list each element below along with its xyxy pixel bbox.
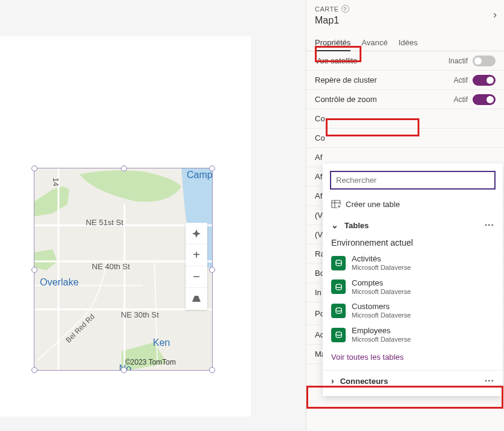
selection-handle[interactable] — [121, 367, 127, 373]
selection-handle[interactable] — [209, 165, 215, 171]
map-zoom-in-button[interactable]: + — [186, 244, 207, 266]
canvas-area: NE 51st St NE 40th St NE 30th St 14 Bel … — [0, 36, 251, 417]
table-subtitle: Microsoft Dataverse — [352, 311, 411, 319]
search-input[interactable] — [336, 176, 489, 185]
status-text: Actif — [454, 95, 468, 104]
table-row[interactable]: EmployeesMicrosoft Dataverse — [323, 323, 503, 347]
search-box[interactable] — [330, 171, 496, 190]
panel-tabs: Propriétés Avancé Idées — [306, 34, 504, 51]
help-icon[interactable]: ? — [341, 5, 349, 13]
map-attribution: ©2023 TomTom — [125, 358, 176, 366]
selection-handle[interactable] — [121, 165, 127, 171]
table-subtitle: Microsoft Dataverse — [352, 336, 411, 343]
table-subtitle: Microsoft Dataverse — [352, 264, 411, 272]
dataverse-icon — [331, 328, 346, 342]
prop-label: Vue satellite — [315, 56, 357, 65]
toggle-zoom[interactable] — [473, 94, 496, 105]
tab-properties[interactable]: Propriétés — [315, 34, 351, 51]
selection-handle[interactable] — [31, 267, 37, 273]
street-label: NE 40th St — [92, 262, 130, 271]
place-label: Overlake — [40, 277, 79, 288]
prop-cluster: Repère de cluster Actif — [306, 71, 504, 90]
prop-satellite: Vue satellite Inactif — [306, 51, 504, 71]
prop-hidden: Co — [306, 129, 504, 148]
data-source-popup: Créer une table ⌄Tables ··· Environnemen… — [323, 164, 503, 396]
properties-list: Vue satellite Inactif Repère de cluster … — [306, 51, 504, 364]
map-surface[interactable]: NE 51st St NE 40th St NE 30th St 14 Bel … — [34, 168, 212, 370]
prop-label: Af — [315, 172, 322, 181]
control-type: CARTE ? — [315, 5, 496, 13]
table-title: Customers — [352, 302, 411, 311]
toggle-satellite[interactable] — [473, 56, 496, 66]
map-controls: + − — [186, 223, 207, 310]
map-pitch-button[interactable] — [186, 288, 207, 310]
tables-section-head[interactable]: ⌄Tables ··· — [323, 215, 503, 235]
prop-label: Af — [315, 191, 322, 200]
status-text: Inactif — [448, 57, 468, 65]
pitch-icon — [192, 296, 201, 302]
properties-panel: CARTE ? Map1 › Propriétés Avancé Idées V… — [306, 0, 504, 431]
create-table-button[interactable]: Créer une table — [323, 196, 503, 215]
control-name: Map1 — [315, 15, 496, 26]
chevron-down-icon: ⌄ — [331, 220, 338, 230]
status-text: Actif — [454, 76, 468, 85]
more-icon[interactable]: ··· — [485, 220, 494, 231]
dataverse-icon — [331, 304, 346, 318]
chevron-right-icon: › — [331, 376, 334, 386]
selection-handle[interactable] — [31, 165, 37, 171]
place-label: Ken — [153, 337, 170, 348]
table-row[interactable]: ComptesMicrosoft Dataverse — [323, 275, 503, 299]
tables-heading: Tables — [344, 221, 369, 230]
street-label: NE 51st St — [86, 218, 123, 227]
prop-label: Repère de cluster — [315, 75, 377, 85]
table-title: Activités — [352, 255, 411, 264]
prop-label: Contrôle de zoom — [315, 95, 377, 104]
env-label: Environnement actuel — [323, 235, 503, 251]
table-row[interactable]: CustomersMicrosoft Dataverse — [323, 299, 503, 323]
see-all-tables-link[interactable]: Voir toutes les tables — [323, 346, 503, 368]
create-table-label: Créer une table — [346, 200, 400, 209]
table-title: Employees — [352, 327, 411, 336]
place-label: Camp — [187, 170, 212, 180]
selection-handle[interactable] — [31, 367, 37, 373]
locate-icon — [192, 229, 201, 238]
street-label: NE 30th St — [121, 310, 159, 319]
selection-handle[interactable] — [209, 367, 215, 373]
road-label: 14 — [51, 177, 60, 186]
map-locate-button[interactable] — [186, 223, 207, 244]
tab-ideas[interactable]: Idées — [398, 34, 418, 51]
selection-handle[interactable] — [209, 267, 215, 273]
map-control[interactable]: NE 51st St NE 40th St NE 30th St 14 Bel … — [34, 168, 213, 371]
tables-list: ActivitésMicrosoft DataverseComptesMicro… — [323, 251, 503, 346]
connectors-section-head[interactable]: ›Connecteurs ··· — [323, 370, 503, 391]
map-zoom-out-button[interactable]: − — [186, 266, 207, 288]
dataverse-icon — [331, 256, 346, 270]
prop-label: Co — [315, 133, 325, 142]
expand-icon[interactable]: › — [493, 8, 497, 21]
toggle-cluster[interactable] — [473, 75, 496, 86]
tab-advanced[interactable]: Avancé — [361, 34, 387, 51]
prop-zoom: Contrôle de zoom Actif — [306, 90, 504, 109]
create-table-icon — [331, 199, 341, 209]
control-type-label: CARTE — [315, 5, 339, 13]
table-row[interactable]: ActivitésMicrosoft Dataverse — [323, 251, 503, 275]
dataverse-icon — [331, 279, 346, 294]
connectors-heading: Connecteurs — [340, 377, 388, 386]
prop-label: Co — [315, 114, 325, 123]
prop-label: In — [315, 288, 321, 297]
panel-header: CARTE ? Map1 › — [306, 0, 504, 28]
prop-hidden: Co — [306, 109, 504, 129]
prop-label: Af — [315, 153, 322, 162]
table-subtitle: Microsoft Dataverse — [352, 288, 411, 296]
table-title: Comptes — [352, 279, 411, 288]
more-icon[interactable]: ··· — [485, 375, 494, 386]
